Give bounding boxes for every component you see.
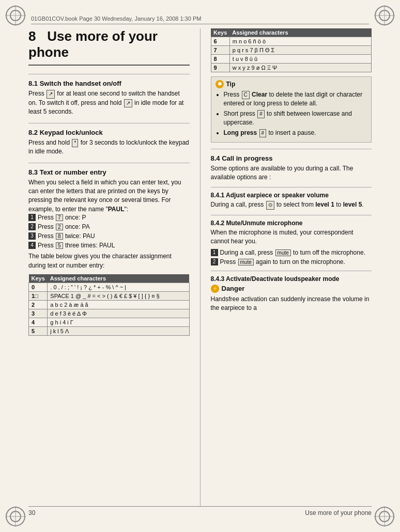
two-column-layout: 8 Use more of your phone 8.1 Switch the … [28,28,372,506]
key-8: 8 [56,233,63,240]
char-table-right-body: 6 m n o 6 ñ ö ò 7 p q r s 7 β Π Θ Σ 8 t … [211,37,372,72]
section-82-body: Press and hold * for 3 seconds to lock/u… [28,138,190,157]
char-table-left: Keys Assigned characters 0 . 0 , / : ; "… [28,274,190,336]
step-num-2: 2 [28,223,36,230]
chars-cell-8: t u v 8 ü û [229,55,371,64]
key-7: 7 [56,214,63,221]
tip-header: ✱ Tip [216,80,367,88]
key-cell-1: 1□ [29,292,48,301]
footer-page-number: 30 [28,509,35,517]
section-842-body: When the microphone is muted, your corre… [211,228,372,246]
page-content: 8 Use more of your phone 8.1 Switch the … [28,28,372,506]
chars-cell-2: a b c 2 à æ ä å [48,301,189,309]
key-cell-0: 0 [29,283,48,292]
clear-key: C [242,91,250,99]
table-row: 5 j k l 5 Λ [29,327,190,336]
chars-cell-1: SPACE 1 @ _ # = < > ( ) & € £ $ ¥ [ ] { … [48,292,189,301]
step-842-text-2: Press mute again to turn on the micropho… [220,258,345,265]
tip-box: ✱ Tip Press C Clear to delete the last d… [211,76,372,143]
table-row: 7 p q r s 7 β Π Θ Σ [211,46,372,55]
key-cell-4: 4 [29,318,48,327]
table-row: 8 t u v 8 ü û [211,55,372,64]
top-metadata-bar: 01GB01COV.book Page 30 Wednesday, Januar… [31,15,369,24]
table-row: 1□ SPACE 1 @ _ # = < > ( ) & € £ $ ¥ [ ]… [29,292,190,301]
step-4: 4 Press 5 three times: PAUL [28,242,190,249]
mute-key-2: mute [238,259,254,265]
chars-cell-9: w x y z 9 ø Ω Ξ Ψ [229,64,371,72]
chars-cell-5: j k l 5 Λ [48,327,189,336]
char-table-left-body: 0 . 0 , / : ; " ' ! ¡ ? ¿ * + - % \ ^ ~ … [29,283,190,336]
key-badge-on: ↗ [47,90,55,99]
char-table-right-header-chars: Assigned characters [229,28,371,37]
mute-key: mute [275,249,291,256]
step-842-text-1: During a call, press mute to turn off th… [220,249,365,256]
key-badge-star: * [72,139,78,148]
section-843-heading: 8.4.3 Activate/Deactivate loudspeaker mo… [211,271,372,283]
tip-label: Tip [226,81,236,88]
step-1-text: Press 7 once: P [38,214,86,221]
section-841-body: During a call, press ⊙ to select from le… [211,200,372,210]
step-2: 2 Press 2 once: PA [28,223,190,230]
key-cell-8: 8 [211,55,229,64]
table-intro: The table below gives you the character … [28,252,190,270]
nav-key: ⊙ [266,201,274,210]
page-footer: 30 Use more of your phone [28,506,372,517]
tip-item-2: Short press # to shift between lowercase… [224,109,367,127]
step-842-1: 1 During a call, press mute to turn off … [211,249,372,256]
section-84-body: Some options are available to you during… [211,164,372,182]
key-5: 5 [56,242,63,249]
step-3-text: Press 8 twice: PAU [38,232,95,240]
section-83-heading: 8.3 Text or number entry [28,163,190,176]
step-842-2: 2 Press mute again to turn on the microp… [211,258,372,265]
key-2: 2 [56,224,63,230]
corner-decoration-tr [372,3,397,28]
tip-item-3: Long press # to insert a pause. [224,129,367,137]
chars-cell-0: . 0 , / : ; " ' ! ¡ ? ¿ * + - % \ ^ ~ | [48,283,189,292]
table-row: 6 m n o 6 ñ ö ò [211,37,372,46]
section-83-body: When you select a field in which you can… [28,178,190,214]
tip-list: Press C Clear to delete the last digit o… [216,90,367,137]
chars-cell-4: g h i 4 i Γ [48,318,189,327]
step-4-text: Press 5 three times: PAUL [38,242,115,249]
step-2-text: Press 2 once: PA [38,223,90,230]
section-84-heading: 8.4 Call in progress [211,149,372,162]
danger-label: Danger [222,285,245,292]
step-842-num-1: 1 [211,249,218,256]
key-cell-3: 3 [29,309,48,318]
key-cell-5: 5 [29,327,48,336]
key-cell-6: 6 [211,37,229,46]
key-cell-9: 9 [211,64,229,72]
right-column: Keys Assigned characters 6 m n o 6 ñ ö ò… [201,28,372,506]
corner-decoration-br [372,504,397,529]
step-842-num-2: 2 [211,258,218,265]
section-842-heading: 8.4.2 Mute/Unmute microphone [211,215,372,227]
step-num-4: 4 [28,242,36,249]
table-row: 0 . 0 , / : ; " ' ! ¡ ? ¿ * + - % \ ^ ~ … [29,283,190,292]
key-cell-7: 7 [211,46,229,55]
step-num-1: 1 [28,214,36,221]
corner-decoration-tl [3,3,28,28]
section-82-heading: 8.2 Keypad lock/unlock [28,123,190,136]
chapter-number: 8 [28,28,36,44]
hash-key-short: # [257,110,265,118]
danger-box: ⚡ Danger [211,285,372,293]
section-842-steps: 1 During a call, press mute to turn off … [211,249,372,265]
table-row: 9 w x y z 9 ø Ω Ξ Ψ [211,64,372,72]
char-table-right: Keys Assigned characters 6 m n o 6 ñ ö ò… [211,28,372,72]
chars-cell-7: p q r s 7 β Π Θ Σ [229,46,371,55]
step-num-3: 3 [28,232,36,240]
step-list: 1 Press 7 once: P 2 Press 2 once: PA 3 P… [28,214,190,249]
tip-icon: ✱ [216,80,224,88]
section-81-heading: 8.1 Switch the handset on/off [28,74,190,87]
section-81-body: Press ↗ for at least one second to switc… [28,89,190,116]
char-table-right-header-keys: Keys [211,28,229,37]
corner-decoration-bl [3,504,28,529]
danger-icon: ⚡ [211,285,219,293]
key-badge-off: ↗ [124,99,132,108]
chars-cell-3: d e f 3 è é ∆ Φ [48,309,189,318]
char-table-left-header-keys: Keys [29,274,48,283]
tip-item-1: Press C Clear to delete the last digit o… [224,90,367,108]
chars-cell-6: m n o 6 ñ ö ò [229,37,371,46]
footer-text: Use more of your phone [305,509,372,517]
danger-body: Handsfree activation can suddenly increa… [211,295,372,313]
